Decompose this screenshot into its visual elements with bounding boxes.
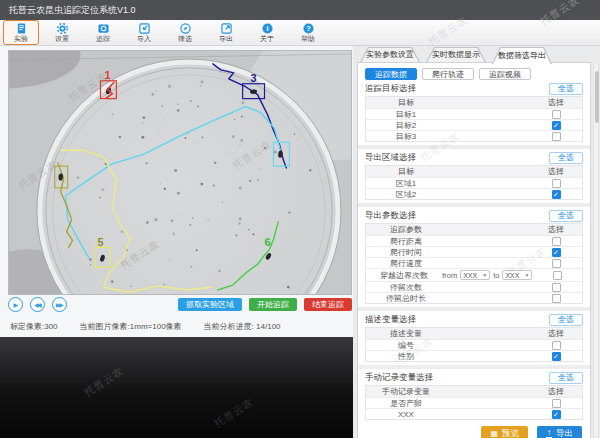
subtab-tracking-video[interactable]: 追踪视频: [479, 68, 531, 80]
tab-label: 实时数据显示: [426, 47, 486, 62]
main-tab-bar: 实验参数设置实时数据显示数据筛选导出: [360, 47, 558, 63]
select-all-button[interactable]: 全选: [549, 152, 583, 164]
section-header: 导出区域选择全选: [365, 152, 583, 163]
preview-button[interactable]: ▦预览: [481, 426, 528, 438]
tab-data-export[interactable]: 数据筛选导出: [492, 47, 552, 64]
range-to-select[interactable]: XXX▼: [502, 270, 532, 280]
svg-text:i: i: [266, 24, 268, 33]
main-toolbar: 实验设置追踪导入筛选导出i关于?帮助: [0, 20, 600, 46]
select-all-button[interactable]: 全选: [549, 210, 583, 222]
table-row: 爬行速度: [366, 257, 582, 268]
select-all-button[interactable]: 全选: [549, 83, 583, 95]
row-label: 目标1: [366, 109, 446, 120]
toolbar-button-settings[interactable]: 设置: [44, 20, 80, 45]
play-icon: ▶: [13, 301, 16, 308]
row-checkbox[interactable]: [552, 283, 561, 292]
table-header-row: 目标选择: [366, 166, 582, 177]
status-item: 当前图片像素:1mm=100像素: [80, 321, 182, 332]
play-button[interactable]: ▶: [8, 297, 23, 312]
capture-region-button[interactable]: 抓取实验区域: [178, 298, 242, 311]
row-label: 停留次数: [366, 282, 446, 293]
column-header: 描述变量: [366, 328, 446, 339]
range-from-select[interactable]: XXX▼: [460, 270, 490, 280]
row-label: 是否产卵: [366, 398, 446, 409]
table-row: 目标1: [366, 108, 582, 119]
row-checkbox[interactable]: [552, 237, 561, 246]
preview-label: 预览: [502, 428, 519, 438]
row-label: 停留总时长: [366, 293, 446, 304]
row-checkbox[interactable]: [552, 132, 561, 141]
toolbar-button-label: 设置: [55, 35, 69, 43]
toolbar-button-filter[interactable]: 筛选: [167, 20, 203, 45]
table-header-row: 目标选择: [366, 97, 582, 108]
tab-realtime-data[interactable]: 实时数据显示: [426, 47, 486, 62]
video-viewport[interactable]: 1356: [8, 50, 352, 295]
column-header: 选择: [530, 328, 582, 339]
section-title: 导出区域选择: [365, 152, 416, 164]
table-row: 目标3: [366, 130, 582, 141]
section-divider: [358, 145, 590, 149]
start-tracking-button[interactable]: 开始追踪: [249, 298, 297, 311]
track-icon: [98, 23, 109, 34]
filter-icon: [180, 23, 191, 34]
tab-label: 实验参数设置: [360, 47, 420, 62]
forward-icon: ▶▶: [56, 301, 62, 308]
row-checkbox[interactable]: ✓: [552, 248, 561, 257]
toolbar-button-help[interactable]: ?帮助: [290, 20, 326, 45]
section-title: 手动记录变量选择: [365, 372, 433, 384]
row-label: 穿越边界次数: [366, 270, 442, 281]
row-label: 目标3: [366, 131, 446, 142]
column-header: 目标: [366, 97, 446, 108]
toolbar-button-about[interactable]: i关于: [249, 20, 285, 45]
row-label: 爬行距离: [366, 236, 446, 247]
row-checkbox[interactable]: [552, 110, 561, 119]
row-checkbox[interactable]: [552, 259, 561, 268]
row-checkbox[interactable]: [552, 294, 561, 303]
select-all-button[interactable]: 全选: [549, 314, 583, 326]
row-checkbox[interactable]: [552, 179, 561, 188]
selection-table: 手动记录变量选择是否产卵XXX✓: [365, 385, 583, 420]
row-label: 编号: [366, 340, 446, 351]
row-checkbox[interactable]: ✓: [552, 190, 561, 199]
panel-footer: ▦预览↑导出: [365, 426, 583, 438]
section-header: 导出参数选择全选: [365, 210, 583, 221]
row-checkbox[interactable]: ✓: [552, 121, 561, 130]
row-checkbox[interactable]: [552, 399, 561, 408]
row-checkbox[interactable]: ✓: [552, 352, 561, 361]
tab-experiment-params[interactable]: 实验参数设置: [360, 47, 420, 62]
target-label-1: 1: [104, 69, 110, 81]
table-row: 区域1: [366, 177, 582, 188]
column-header: 选择: [530, 224, 582, 235]
table-row: XXX✓: [366, 408, 582, 419]
export-button[interactable]: ↑导出: [537, 426, 582, 438]
grid-icon: ▦: [490, 430, 498, 438]
upload-icon: ↑: [546, 429, 552, 438]
section-title: 导出参数选择: [365, 210, 416, 222]
subtab-crawl-track[interactable]: 爬行轨迹: [422, 68, 474, 80]
toolbar-button-import[interactable]: 导入: [126, 20, 162, 45]
toolbar-button-label: 帮助: [301, 35, 315, 43]
toolbar-button-export[interactable]: 导出: [208, 20, 244, 45]
toolbar-button-experiment[interactable]: 实验: [3, 20, 39, 45]
target-label-3: 3: [251, 72, 257, 84]
table-row: 区域2✓: [366, 188, 582, 199]
scrollbar-thumb[interactable]: [595, 71, 599, 123]
row-label: 爬行速度: [366, 258, 446, 269]
section-divider: [358, 365, 590, 369]
row-checkbox[interactable]: ✓: [552, 410, 561, 419]
forward-button[interactable]: ▶▶: [52, 297, 67, 312]
select-all-button[interactable]: 全选: [549, 372, 583, 384]
target-label-5: 5: [97, 236, 103, 248]
status-item: 标定像素:300: [10, 321, 58, 332]
rewind-button[interactable]: ◀◀: [30, 297, 45, 312]
row-checkbox[interactable]: [552, 341, 561, 350]
column-header: 目标: [366, 166, 446, 177]
table-row: 爬行距离: [366, 235, 582, 246]
toolbar-button-label: 导出: [219, 35, 233, 43]
subtab-tracking-data[interactable]: 追踪数据: [365, 68, 417, 80]
row-checkbox[interactable]: [553, 271, 562, 280]
stop-tracking-button[interactable]: 结束追踪: [304, 298, 352, 311]
section-header: 追踪目标选择全选: [365, 83, 583, 94]
panel-scrollbar[interactable]: [593, 62, 599, 438]
toolbar-button-track[interactable]: 追踪: [85, 20, 121, 45]
